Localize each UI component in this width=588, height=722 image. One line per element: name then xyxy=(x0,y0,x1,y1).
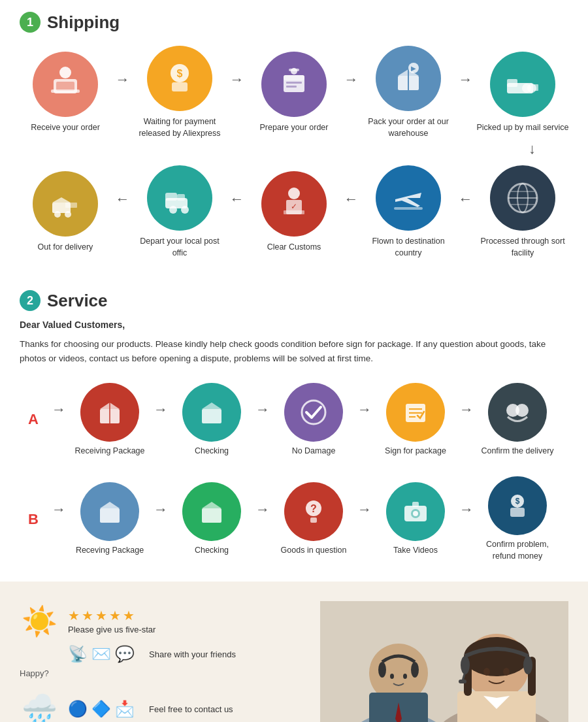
b-arrow-3: → xyxy=(357,501,372,518)
a1-label: Receiving Package xyxy=(74,446,144,457)
svg-text:✓: ✓ xyxy=(291,202,297,211)
section-number-1: 1 xyxy=(20,12,41,33)
b2-icon xyxy=(182,482,241,541)
svg-point-30 xyxy=(181,206,189,214)
five-star-text: Please give us five-star xyxy=(68,625,155,634)
flow-label-4: Pack your order at our warehouse xyxy=(361,116,456,139)
flow-label-2: Waiting for payment released by Aliexpre… xyxy=(133,116,227,139)
a-arrow-4: → xyxy=(459,401,474,418)
a3-icon xyxy=(284,383,343,442)
flight-icon xyxy=(376,165,441,231)
chat-icon: 💬 xyxy=(115,645,135,663)
svg-rect-31 xyxy=(165,193,177,201)
flow-item-1: Receive your order xyxy=(18,52,113,134)
svg-rect-68 xyxy=(510,508,525,517)
svg-rect-11 xyxy=(286,82,302,84)
mail2-icon: 📩 xyxy=(115,700,135,718)
email-icon: ✉️ xyxy=(91,645,111,663)
happy-label-row: Happy? xyxy=(20,667,320,679)
svg-rect-21 xyxy=(507,79,517,87)
flow-item-4: ▶ Pack your order at our warehouse xyxy=(361,46,456,139)
shipping-row-2: Out for delivery ← Depart your local pos… xyxy=(7,159,581,259)
a-arrow-2: → xyxy=(255,401,270,418)
ab-item-a3: No Damage xyxy=(271,383,356,457)
svg-rect-8 xyxy=(284,75,304,80)
svg-rect-3 xyxy=(51,90,80,93)
svg-point-33 xyxy=(288,188,300,199)
happy-row-wrapper: ☀️ ★ ★ ★ ★ ★ Please give us five-star 📡 xyxy=(20,604,320,679)
b1-label: Receving Package xyxy=(76,545,144,557)
arrow-left-1: ← xyxy=(116,191,130,208)
prepare-icon xyxy=(261,52,327,117)
a-arrow-1: → xyxy=(154,401,168,418)
arrow-left-2: ← xyxy=(230,191,244,208)
flow-item-8: ✓ Clear Customs xyxy=(247,171,342,254)
arrow-2: → xyxy=(230,71,244,88)
sun-icon: ☀️ xyxy=(20,604,59,638)
ab-item-b1: Receving Package xyxy=(67,482,152,557)
svg-point-89 xyxy=(483,668,490,676)
happy-section: ☀️ ★ ★ ★ ★ ★ Please give us five-star 📡 xyxy=(0,582,588,722)
flow-label-3: Prepare your order xyxy=(260,122,329,134)
svg-point-0 xyxy=(59,67,71,78)
svg-marker-24 xyxy=(52,197,71,203)
b-arrow-1: → xyxy=(154,501,168,518)
share-text: Share with your friends xyxy=(149,649,236,659)
svg-rect-47 xyxy=(202,409,221,423)
b3-icon: ? xyxy=(284,482,343,541)
svg-point-25 xyxy=(54,211,61,218)
b4-label: Take Videos xyxy=(393,545,438,557)
ab-item-a2: Checking xyxy=(169,383,254,457)
svg-text:$: $ xyxy=(515,497,520,506)
contact-icons: 🔵 🔷 📩 xyxy=(68,700,135,718)
messenger-icon: 🔵 xyxy=(68,700,88,718)
happy-left: ☀️ ★ ★ ★ ★ ★ Please give us five-star 📡 xyxy=(20,601,320,722)
ab-item-a1: Receiving Package xyxy=(67,383,152,457)
svg-text:$: $ xyxy=(177,68,183,79)
row-a-label: A xyxy=(28,411,48,428)
service-title: Service xyxy=(47,291,108,311)
flow-label-9: Flown to destination country xyxy=(361,236,456,259)
receive-order-icon xyxy=(33,52,98,117)
arrow-left-3: ← xyxy=(344,191,359,208)
svg-point-76 xyxy=(390,674,394,679)
a3-label: No Damage xyxy=(292,446,336,457)
flow-label-1: Receive your order xyxy=(31,122,100,134)
row-a: A → Receiving Package → xyxy=(20,376,568,464)
section-number-2: 2 xyxy=(20,290,41,311)
svg-rect-2 xyxy=(56,82,74,91)
happy-label: Happy? xyxy=(20,668,49,678)
svg-rect-58 xyxy=(202,508,221,523)
svg-rect-66 xyxy=(412,502,419,507)
arrow-left-4: ← xyxy=(459,191,473,208)
phone-icon: 📡 xyxy=(68,645,88,663)
a5-icon xyxy=(488,383,547,442)
b2-label: Checking xyxy=(195,545,229,557)
flow-item-3: Prepare your order xyxy=(247,52,342,134)
a4-label: Sign for package xyxy=(385,446,446,457)
ab-item-b4: Take Videos xyxy=(373,482,458,557)
shipping-row-1: Receive your order → $ Waiting for payme… xyxy=(7,39,581,139)
a4-icon xyxy=(386,383,445,442)
svg-point-77 xyxy=(403,674,407,679)
flow-item-6: Out for delivery xyxy=(18,171,113,254)
flow-label-10: Processed through sort facility xyxy=(476,236,570,259)
svg-point-65 xyxy=(413,511,418,516)
svg-marker-37 xyxy=(395,193,421,207)
svg-rect-56 xyxy=(100,508,120,523)
b5-icon: $ xyxy=(488,476,547,535)
svg-text:▶: ▶ xyxy=(411,65,416,72)
arrow-1: → xyxy=(116,71,130,88)
svg-rect-10 xyxy=(289,69,299,71)
not-happy-row-wrapper: 🌧️ 🔵 🔷 📩 Feel free to contact us Not Hap… xyxy=(20,692,320,722)
svg-rect-62 xyxy=(310,517,317,523)
svg-point-74 xyxy=(378,662,386,678)
row-b-start-arrow: → xyxy=(52,501,66,518)
svg-point-90 xyxy=(503,668,510,676)
svg-rect-88 xyxy=(459,680,466,683)
service-section: Dear Valued Customers, Thanks for choosi… xyxy=(0,318,588,582)
svg-point-86 xyxy=(523,656,532,674)
mail-icon xyxy=(490,52,555,117)
sort-icon xyxy=(490,165,555,231)
flow-label-7: Depart your local post offic xyxy=(133,236,227,259)
